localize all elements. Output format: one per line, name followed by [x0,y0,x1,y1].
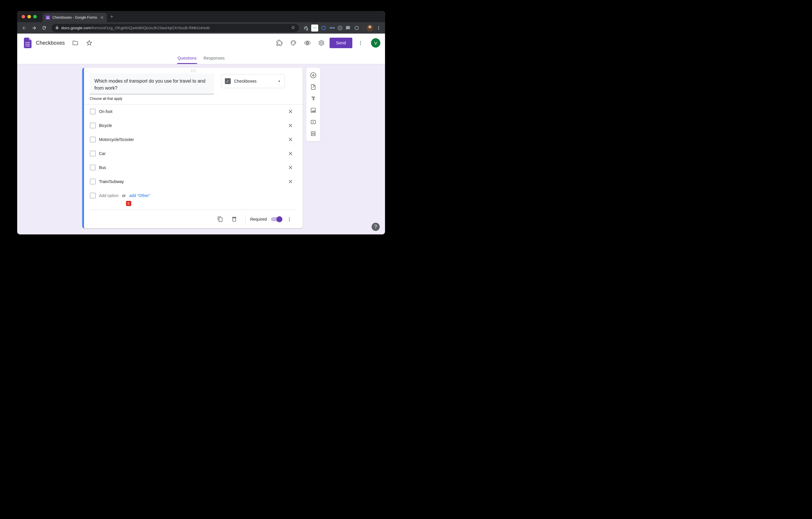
import-questions-button[interactable] [308,82,319,92]
browser-chrome: Checkboxes - Google Forms ✕ + docs.googl… [17,11,385,33]
add-option-row: Add option or add "Other" 5 [84,189,303,202]
form-tabs: Questions Responses [17,52,385,64]
tab-responses[interactable]: Responses [204,52,225,64]
new-tab-button[interactable]: + [110,14,113,20]
remove-option-button[interactable] [285,148,296,159]
profile-avatar[interactable] [366,25,373,31]
settings-button[interactable] [316,37,327,49]
svg-point-15 [360,43,361,44]
question-text-input[interactable]: Which modes of transport do you use for … [90,74,214,94]
reload-button[interactable] [40,24,48,32]
ext-circle-icon[interactable] [320,25,327,31]
help-button[interactable]: ? [372,223,380,231]
form-canvas: Which modes of transport do you use for … [17,64,385,235]
ext-chat-icon[interactable] [344,25,351,31]
question-description[interactable]: Choose all that apply [84,94,303,104]
svg-rect-9 [27,46,30,47]
options-list: On foot Bicycle Motorcycle/Scooter Car [84,104,303,189]
bookmark-star-icon[interactable] [291,25,295,31]
move-to-folder-button[interactable] [69,37,81,49]
ext-new-icon[interactable]: NEW [329,25,336,31]
option-label[interactable]: Car [99,151,282,156]
add-other-button[interactable]: add "Other" [129,193,150,198]
tab-questions[interactable]: Questions [178,52,197,64]
delete-button[interactable] [228,213,241,226]
minimize-window-button[interactable] [27,15,31,18]
divider [245,215,245,224]
checkbox-icon [90,137,96,142]
required-toggle[interactable] [271,217,282,221]
remove-option-button[interactable] [285,134,296,145]
addons-button[interactable] [273,37,285,49]
preview-button[interactable] [301,37,313,49]
svg-point-13 [295,42,295,43]
add-option-input[interactable]: Add option [99,193,119,198]
option-label[interactable]: Motorcycle/Scooter [99,137,282,142]
svg-rect-8 [26,46,27,47]
ext-u-icon[interactable]: u [338,25,343,31]
form-title[interactable]: Checkboxes [36,40,65,46]
svg-rect-21 [311,108,315,113]
forms-logo-icon[interactable] [22,37,33,49]
maximize-window-button[interactable] [33,15,37,18]
option-label[interactable]: Bicycle [99,123,282,128]
remove-option-button[interactable] [285,120,296,131]
window-controls [22,15,37,18]
star-button[interactable] [83,37,95,49]
tab-bar: Checkboxes - Google Forms ✕ + [17,11,385,22]
svg-rect-24 [311,134,315,136]
option-row: Bicycle [90,118,296,133]
add-video-button[interactable] [308,117,319,127]
theme-button[interactable] [288,37,299,49]
option-label[interactable]: Bus [99,165,282,170]
send-button[interactable]: Send [329,38,352,48]
url-bar[interactable]: docs.google.com/forms/d/1zg_OKgkfiAQa4td… [52,24,299,32]
option-label[interactable]: On foot [99,109,282,114]
app-header: Checkboxes Send V [17,33,385,52]
option-label[interactable]: Train/Subway [99,179,282,184]
account-avatar[interactable]: V [371,38,380,48]
option-row: Car [90,146,296,161]
question-type-label: Checkboxes [234,79,274,83]
ext-dot-icon[interactable] [353,25,360,31]
question-card[interactable]: Which modes of transport do you use for … [82,68,303,228]
svg-rect-4 [26,42,27,43]
add-image-button[interactable] [308,105,319,116]
checkbox-icon [90,151,96,157]
browser-menu-button[interactable] [375,25,382,31]
svg-rect-6 [26,44,27,45]
svg-point-17 [289,217,290,218]
remove-option-button[interactable] [285,176,296,187]
more-button[interactable] [355,37,366,49]
add-title-button[interactable] [308,93,319,104]
close-window-button[interactable] [22,15,25,18]
add-question-button[interactable] [308,70,319,81]
checkbox-icon [90,109,96,114]
question-type-selector[interactable]: Checkboxes ▼ [221,74,285,88]
question-more-button[interactable] [283,213,296,226]
add-section-button[interactable] [308,129,319,139]
drag-handle[interactable] [84,68,303,74]
checkbox-icon [90,193,96,198]
svg-point-1 [378,26,379,27]
close-tab-button[interactable]: ✕ [100,15,104,20]
lock-icon [55,26,59,30]
ext-drive-icon[interactable] [302,25,310,31]
forward-button[interactable] [30,24,38,32]
checkbox-icon [90,179,96,185]
divider [363,25,364,31]
browser-tab[interactable]: Checkboxes - Google Forms ✕ [42,13,107,22]
duplicate-button[interactable] [214,213,227,226]
option-row: Bus [90,161,296,174]
add-or-label: or [122,193,125,198]
ext-mail-icon[interactable] [311,25,318,31]
back-button[interactable] [20,24,28,32]
tab-title: Checkboxes - Google Forms [53,16,97,20]
chevron-down-icon: ▼ [278,80,281,83]
remove-option-button[interactable] [285,106,296,117]
svg-point-16 [360,44,361,45]
address-bar: docs.google.com/forms/d/1zg_OKgkfiAQa4td… [17,22,385,33]
card-header: Which modes of transport do you use for … [84,74,303,94]
option-row: Train/Subway [90,174,296,189]
remove-option-button[interactable] [285,162,296,173]
